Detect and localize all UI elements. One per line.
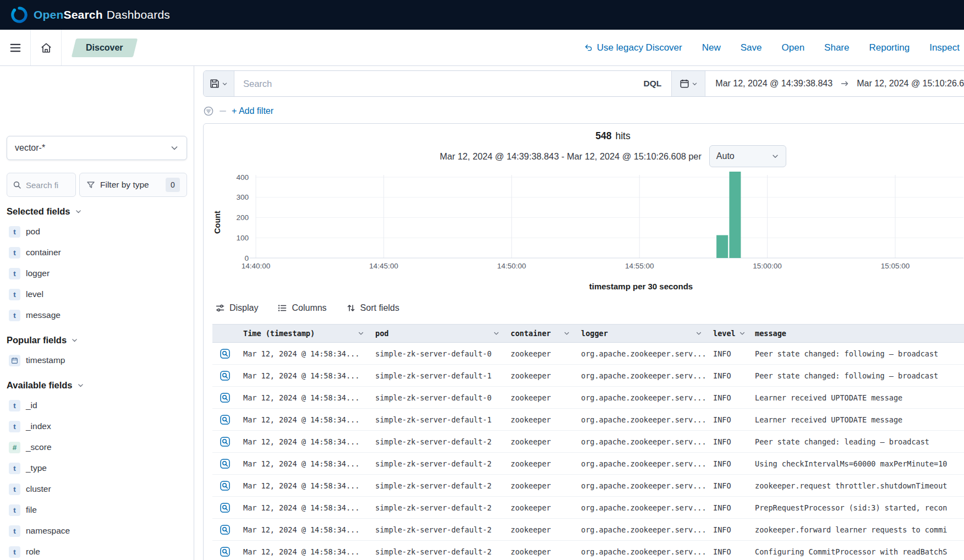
- inspect-document-button[interactable]: [220, 458, 231, 469]
- field-name: level: [26, 289, 43, 299]
- breadcrumb[interactable]: Discover: [72, 39, 138, 57]
- field-item-cluster[interactable]: tcluster: [7, 479, 187, 499]
- add-filter-button[interactable]: + Add filter: [232, 106, 273, 116]
- histogram-bar[interactable]: [729, 172, 741, 258]
- field-item-_id[interactable]: t_id: [7, 395, 187, 416]
- inspect-document-button[interactable]: [220, 348, 231, 359]
- field-name: message: [26, 310, 61, 320]
- filter-by-type-label: Filter by type: [100, 180, 149, 190]
- nav-action-label: Share: [824, 42, 849, 53]
- inspect-icon: [220, 480, 231, 491]
- field-item-logger[interactable]: tlogger: [7, 263, 187, 284]
- field-type-icon: t: [9, 289, 20, 300]
- x-axis-title: timestamp per 30 seconds: [476, 282, 806, 291]
- inspect-document-button[interactable]: [220, 370, 231, 381]
- inspect-document-button[interactable]: [220, 546, 231, 557]
- query-language-button[interactable]: DQL: [634, 71, 672, 96]
- field-type-icon: t: [9, 310, 20, 321]
- display-button[interactable]: Display: [216, 303, 258, 313]
- search-input[interactable]: [234, 71, 634, 96]
- section-toggle[interactable]: Available fields: [7, 378, 84, 392]
- calendar-icon: [680, 79, 689, 89]
- date-range-start[interactable]: Mar 12, 2024 @ 14:39:38.843: [715, 79, 832, 89]
- field-name: role: [26, 547, 40, 557]
- field-item-pod[interactable]: tpod: [7, 221, 187, 242]
- inspect-document-button[interactable]: [220, 414, 231, 425]
- column-header-pod[interactable]: pod: [370, 325, 505, 342]
- filter-bar: + Add filter: [203, 103, 964, 119]
- columns-button[interactable]: Columns: [278, 303, 326, 313]
- column-label: pod: [375, 329, 388, 338]
- svg-text:400: 400: [236, 173, 249, 182]
- inspect-document-button[interactable]: [220, 524, 231, 535]
- app-title-search: Search: [63, 8, 102, 21]
- date-quick-select-button[interactable]: [671, 71, 705, 96]
- nav-action-save[interactable]: Save: [741, 42, 762, 53]
- nav-action-use-legacy-discover[interactable]: Use legacy Discover: [584, 42, 682, 53]
- histogram-chart: Count 14:40:0014:45:0014:50:0014:55:0015…: [204, 171, 964, 278]
- opensearch-logo-icon[interactable]: [11, 7, 28, 23]
- column-header-container[interactable]: container: [505, 325, 576, 342]
- column-header-logger[interactable]: logger: [576, 325, 708, 342]
- cell-pod: simple-zk-server-default-2: [370, 481, 505, 490]
- field-search-input[interactable]: [26, 180, 65, 190]
- nav-action-reporting[interactable]: Reporting: [869, 42, 910, 53]
- row-control-cell: [212, 414, 238, 425]
- svg-text:14:45:00: 14:45:00: [369, 262, 398, 270]
- cell-message: zookeeper.forward_learner_requests_to_co…: [749, 525, 964, 534]
- cell-time: Mar 12, 2024 @ 14:58:34...: [238, 415, 370, 424]
- index-pattern-selector[interactable]: vector-*: [7, 136, 187, 160]
- header-control-column: [212, 325, 238, 342]
- section-toggle[interactable]: Selected fields: [7, 205, 82, 218]
- nav-action-inspect[interactable]: Inspect: [929, 42, 960, 53]
- date-range: Mar 12, 2024 @ 14:39:38.843 Mar 12, 2024…: [705, 71, 964, 96]
- section-toggle[interactable]: Popular fields: [7, 333, 78, 347]
- hits-label: hits: [615, 130, 630, 142]
- row-control-cell: [212, 348, 238, 359]
- field-item-container[interactable]: tcontainer: [7, 242, 187, 263]
- row-control-cell: [212, 458, 238, 469]
- sort-fields-button[interactable]: Sort fields: [347, 303, 399, 313]
- field-type-icon: t: [9, 525, 20, 537]
- inspect-document-button[interactable]: [220, 502, 231, 513]
- inspect-document-button[interactable]: [220, 480, 231, 491]
- column-header-level[interactable]: level: [708, 325, 749, 342]
- menu-button[interactable]: [0, 30, 31, 65]
- field-item-_score[interactable]: #_score: [7, 437, 187, 458]
- field-item-timestamp[interactable]: timestamp: [7, 350, 187, 371]
- app-title: OpenSearchDashboards: [34, 8, 170, 21]
- field-item-file[interactable]: tfile: [7, 499, 187, 520]
- cell-logger: org.apache.zookeeper.serv...: [576, 503, 708, 512]
- inspect-icon: [220, 436, 231, 447]
- column-header-message[interactable]: message: [749, 325, 964, 342]
- interval-select[interactable]: Auto: [709, 145, 786, 167]
- row-control-cell: [212, 370, 238, 381]
- field-item-role[interactable]: trole: [7, 541, 187, 560]
- field-type-icon: t: [9, 463, 20, 474]
- inspect-document-button[interactable]: [220, 436, 231, 447]
- date-range-end[interactable]: Mar 12, 2024 @ 15:10:26.608: [857, 79, 964, 89]
- field-item-level[interactable]: tlevel: [7, 284, 187, 305]
- nav-action-open[interactable]: Open: [782, 42, 805, 53]
- field-search[interactable]: [7, 173, 76, 197]
- inspect-document-button[interactable]: [220, 392, 231, 403]
- field-item-_index[interactable]: t_index: [7, 416, 187, 437]
- filter-circle-icon[interactable]: [203, 106, 214, 117]
- field-name: _type: [26, 463, 47, 473]
- saved-query-button[interactable]: [204, 71, 234, 96]
- table-row: Mar 12, 2024 @ 14:58:34...simple-zk-serv…: [212, 409, 964, 431]
- cell-message: Configuring CommitProcessor with readBat…: [749, 547, 964, 556]
- sidebar: vector-* Filter by type 0: [0, 66, 194, 560]
- histogram-bar[interactable]: [716, 235, 728, 259]
- filter-by-type-button[interactable]: Filter by type 0: [79, 173, 187, 197]
- inspect-icon: [220, 524, 231, 535]
- field-item-_type[interactable]: t_type: [7, 458, 187, 479]
- nav-action-share[interactable]: Share: [824, 42, 849, 53]
- index-pattern-label: vector-*: [15, 143, 45, 153]
- cell-container: zookeeper: [505, 459, 576, 468]
- column-header-time-timestamp[interactable]: Time (timestamp): [238, 325, 370, 342]
- field-item-message[interactable]: tmessage: [7, 305, 187, 326]
- nav-action-new[interactable]: New: [702, 42, 721, 53]
- home-button[interactable]: [31, 30, 62, 65]
- field-item-namespace[interactable]: tnamespace: [7, 520, 187, 541]
